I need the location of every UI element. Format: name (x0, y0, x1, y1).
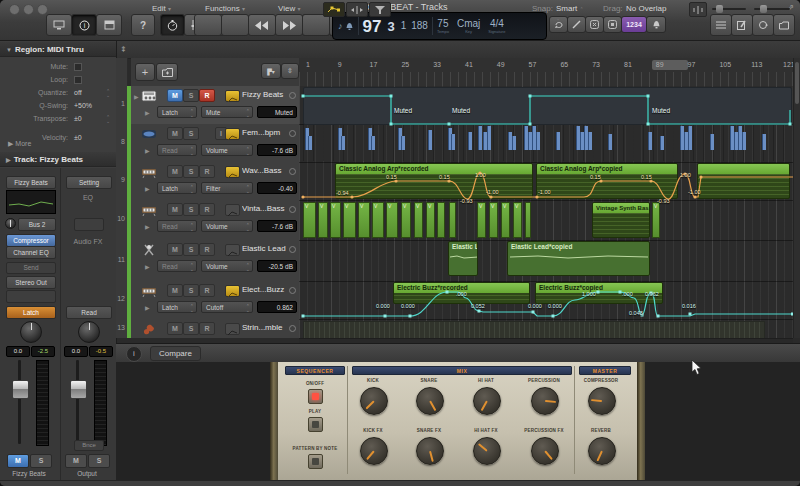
output-solo-button[interactable]: S (88, 454, 110, 468)
strip-solo-button[interactable]: S (30, 454, 52, 468)
library-button[interactable] (46, 14, 72, 36)
solo-button[interactable]: S (183, 243, 199, 256)
automation-param-select[interactable]: Filter⌃⌄ (201, 182, 253, 194)
solo-button[interactable]: S (183, 322, 199, 335)
inspector-button[interactable]: i (71, 14, 97, 36)
automation-mode-select[interactable]: Latch⌃⌄ (157, 106, 197, 118)
region-elastic-lead-copied[interactable]: Elastic Lead*copied (507, 241, 650, 276)
output-volume-value[interactable]: 0.0 (64, 346, 88, 357)
mute-button[interactable]: M (167, 165, 183, 178)
list-editors-button[interactable] (710, 14, 732, 36)
mute-button[interactable]: M (167, 203, 183, 216)
apple-loops-button[interactable] (752, 14, 774, 36)
region-vintage-slice[interactable]: V (386, 202, 398, 238)
vertical-scrollbar[interactable] (793, 58, 800, 338)
sequencer-button-pattern-by-note[interactable] (308, 454, 323, 469)
region-strings-ensemble[interactable] (303, 321, 765, 338)
output-peak-value[interactable]: -0.5 (89, 346, 113, 357)
automation-value[interactable]: Muted (257, 106, 297, 118)
track-header-wav-bass[interactable]: MSRWav...Bass▶Latch⌃⌄Filter⌃⌄-0.40 (131, 162, 299, 200)
quick-help-button[interactable]: ? (131, 14, 155, 36)
region-vintage-slice[interactable]: V (426, 202, 435, 238)
automation-mode-select[interactable]: Read⌃⌄ (157, 260, 197, 272)
knob-snare-fx[interactable] (416, 437, 444, 465)
param-stepper[interactable]: ⌃ ⌄ (106, 89, 110, 97)
automation-mode-select[interactable]: Read⌃⌄ (157, 144, 197, 156)
param-value[interactable]: ±0 (74, 115, 82, 122)
automation-param-select[interactable]: Volume⌃⌄ (201, 260, 253, 272)
functions-menu[interactable]: Functions ▾ (205, 4, 245, 13)
sequencer-button-play[interactable] (308, 417, 323, 432)
solo-button[interactable]: S (183, 165, 199, 178)
output-pan-knob[interactable] (78, 321, 100, 343)
mute-button[interactable]: M (167, 89, 183, 102)
insert-channel-eq-button[interactable]: Channel EQ (6, 246, 56, 259)
automation-state-icon[interactable] (225, 323, 240, 335)
rewind-button[interactable] (248, 14, 276, 36)
count-in-button[interactable]: 1234 (621, 16, 647, 33)
knob-percussion-fx[interactable] (531, 437, 559, 465)
output-mute-button[interactable]: M (65, 454, 87, 468)
pan-knob[interactable] (20, 321, 42, 343)
io-bus-button[interactable]: Bus 2 (18, 218, 56, 231)
lcd-tempo[interactable]: 75Tempo (437, 19, 449, 34)
region-classic-analog-arp-recorded[interactable]: Classic Analog Arp*recorded (335, 163, 533, 199)
record-enable-button[interactable]: R (199, 284, 215, 297)
automation-mode-select[interactable]: Latch⌃⌄ (157, 301, 197, 313)
track-on-indicator[interactable] (289, 246, 296, 253)
solo-button[interactable]: S (183, 203, 199, 216)
region-fizzy-beats[interactable] (303, 87, 792, 125)
automation-disclosure-icon[interactable]: ▶ (145, 147, 150, 154)
param-stepper[interactable]: ⌃ ⌄ (106, 115, 110, 123)
automation-mode-latch-button[interactable]: Latch (6, 306, 56, 319)
lcd-key[interactable]: CmajKey (457, 19, 480, 34)
track-inspector-header[interactable]: ▶Track: Fizzy Beats (0, 152, 116, 167)
replace-button[interactable] (585, 16, 604, 33)
send-knob[interactable] (5, 218, 16, 229)
drag-select[interactable]: No Overlap (626, 4, 666, 13)
track-header-fizzy-beats[interactable]: ▶MSRFizzy Beats▶Latch⌃⌄Mute⌃⌄Muted (131, 86, 299, 124)
automation-state-icon[interactable] (225, 244, 240, 256)
bar-ruler[interactable]: 191725334149576573818997105113121 (299, 58, 793, 87)
region-vintage-slice[interactable]: V (489, 202, 498, 238)
region-audio-lane[interactable] (303, 125, 790, 161)
track-zoom-button[interactable]: ⇳ (281, 63, 299, 79)
region-vintage-slice[interactable]: V (303, 202, 316, 238)
edit-menu[interactable]: Edit ▾ (152, 4, 171, 13)
region-classic-analog-arp-3[interactable] (697, 163, 790, 199)
region-vintage-slice[interactable]: V (513, 202, 522, 238)
volume-value[interactable]: 0.0 (6, 346, 30, 357)
region-vintage-slice[interactable]: V (401, 202, 411, 238)
region-vintage-slice[interactable]: V (330, 202, 341, 238)
flex-button[interactable] (346, 2, 368, 17)
output-fader-track[interactable] (76, 360, 79, 444)
region-vintage-slice[interactable] (525, 202, 531, 238)
track-on-indicator[interactable] (289, 287, 296, 294)
automation-disclosure-icon[interactable]: ▶ (145, 263, 150, 270)
automation-param-select[interactable]: Volume⌃⌄ (201, 144, 253, 156)
metronome-button[interactable] (646, 16, 666, 33)
automation-disclosure-icon[interactable]: ▶ (145, 304, 150, 311)
region-electric-buzz-copied[interactable]: Electric Buzz*copied (535, 282, 663, 304)
region-vintage-slice[interactable]: V (358, 202, 370, 238)
output-volume-fader[interactable] (70, 380, 87, 399)
automation-state-icon[interactable] (225, 285, 240, 297)
region-vintage-slice[interactable]: V (343, 202, 356, 238)
knob-percussion[interactable] (531, 387, 559, 415)
catch-playhead-icon[interactable]: ⇞ (120, 45, 127, 54)
track-on-indicator[interactable] (289, 206, 296, 213)
send-slot-button[interactable]: Send (6, 262, 56, 274)
track-header-strin-mble[interactable]: MSRStrin...mble (131, 319, 299, 338)
output-gain-button[interactable] (74, 218, 104, 231)
play-button[interactable] (221, 14, 249, 36)
automation-disclosure-icon[interactable]: ▶ (145, 109, 150, 116)
param-value[interactable]: off (74, 89, 82, 96)
track-sort-button[interactable]: ▛▾ (261, 63, 281, 79)
knob-compressor[interactable] (588, 387, 616, 415)
automation-value[interactable]: -0.40 (257, 182, 297, 194)
automation-state-icon[interactable] (225, 128, 240, 140)
browsers-button[interactable] (773, 14, 795, 36)
param-checkbox[interactable] (74, 76, 82, 84)
automation-state-icon[interactable] (225, 90, 240, 102)
knob-reverb[interactable] (588, 437, 616, 465)
